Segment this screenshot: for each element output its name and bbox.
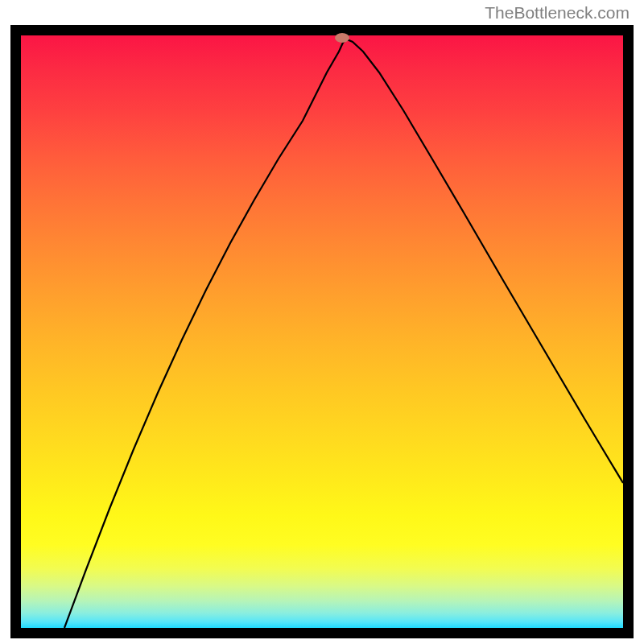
chart-frame xyxy=(10,25,634,638)
watermark-text: TheBottleneck.com xyxy=(485,3,630,23)
chart-container: TheBottleneck.com xyxy=(0,0,644,644)
gradient-background xyxy=(21,35,623,628)
optimal-point-marker xyxy=(335,33,349,43)
